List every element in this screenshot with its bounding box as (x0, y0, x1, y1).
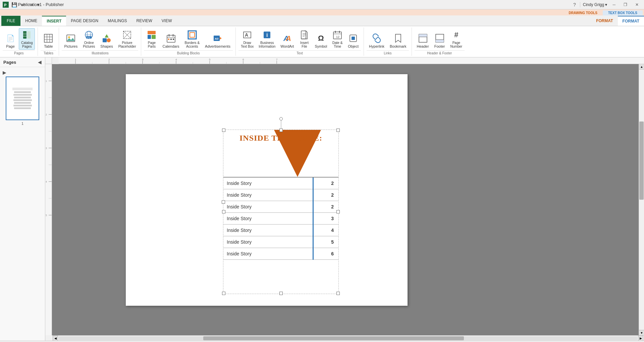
shapes-btn[interactable]: Shapes (98, 32, 115, 50)
handle-br[interactable] (336, 292, 340, 295)
header-btn[interactable]: Header (415, 32, 431, 50)
h-scroll-track[interactable] (59, 336, 637, 340)
picture-placeholder-btn[interactable]: PicturePlaceholder (116, 28, 139, 50)
pages-panel-collapse-btn[interactable]: ◀ (38, 59, 42, 65)
object-btn[interactable]: Object (345, 32, 361, 50)
svg-rect-63 (436, 40, 444, 42)
handle-row-drag[interactable] (222, 200, 225, 204)
header-footer-label: Header & Footer (415, 50, 465, 55)
pictures-icon (65, 33, 76, 44)
svg-text:A: A (245, 32, 248, 38)
svg-point-20 (107, 38, 111, 42)
save-quick-btn[interactable]: 💾 (10, 1, 18, 8)
h-scroll-thumb[interactable] (203, 336, 464, 340)
vertical-scrollbar[interactable]: ▲ ▼ (639, 64, 644, 335)
story-cell-1: Inside Story (223, 178, 313, 189)
table-row: Inside Story 2 (223, 178, 338, 189)
table-row: Inside Story 6 (223, 248, 338, 260)
table-btn[interactable]: Table (41, 32, 56, 50)
text-box-tools-label: TEXT BOX TOOLS (603, 10, 643, 15)
scroll-left-btn[interactable]: ◀ (53, 336, 58, 341)
tab-mailings[interactable]: MAILINGS (103, 16, 131, 26)
business-info-btn[interactable]: i BusinessInformation (256, 28, 278, 50)
svg-rect-60 (419, 34, 427, 37)
tab-review[interactable]: REVIEW (132, 16, 157, 26)
bookmark-btn[interactable]: Bookmark (387, 32, 409, 50)
title-bar-right: ? Cindy Grigg ▾ ─ ❐ ✕ (572, 1, 641, 8)
calendars-btn[interactable]: Calendars (160, 32, 181, 50)
story-cell-6: Inside Story (223, 236, 313, 248)
handle-bc[interactable] (279, 292, 283, 295)
title-part1: INSIDE (239, 134, 271, 142)
insert-file-icon (299, 30, 310, 40)
scroll-right-btn[interactable]: ▶ (638, 336, 643, 341)
header-footer-group: Header Footer # PageNumber Header & Foot… (412, 28, 468, 56)
handle-tr[interactable] (336, 129, 340, 132)
draw-text-box-btn[interactable]: A DrawText Box (238, 28, 256, 50)
svg-rect-7 (44, 34, 52, 42)
app-area: Pages ◀ ▶ 1 (0, 57, 644, 341)
wordart-btn[interactable]: AA WordArt (278, 32, 296, 50)
page-cell-7: 6 (313, 248, 338, 260)
footer-icon (434, 33, 445, 44)
tab-home[interactable]: HOME (20, 16, 42, 26)
tab-file[interactable]: FILE (1, 16, 20, 26)
advertisements-icon: AD (212, 33, 223, 44)
tab-format-textbox[interactable]: FORMAT (618, 16, 644, 26)
hyperlink-btn[interactable]: Hyperlink (367, 32, 387, 50)
tab-page-design[interactable]: PAGE DESIGN (66, 16, 103, 26)
svg-text:A: A (285, 34, 291, 43)
tab-view[interactable]: VIEW (157, 16, 177, 26)
v-scroll-thumb[interactable] (639, 121, 644, 200)
scroll-down-btn[interactable]: ▼ (639, 330, 644, 335)
illustrations-group: Pictures img OnlinePictures Shapes (59, 28, 141, 56)
rotation-handle[interactable] (279, 117, 283, 120)
handle-ml[interactable] (222, 210, 225, 213)
handle-bl[interactable] (222, 292, 225, 295)
page-number-btn[interactable]: # PageNumber (448, 28, 465, 50)
close-btn[interactable]: ✕ (633, 2, 641, 8)
business-info-icon: i (262, 30, 272, 40)
handle-tc[interactable] (279, 129, 283, 132)
page-cell-5: 4 (313, 225, 338, 236)
date-time-btn[interactable]: 12 Date &Time (330, 28, 345, 50)
page-parts-btn[interactable]: PageParts (144, 28, 159, 50)
insert-file-btn[interactable]: InsertFile (297, 28, 312, 50)
svg-text:2: 2 (46, 113, 47, 116)
svg-rect-33 (170, 39, 172, 40)
handle-tl[interactable] (222, 129, 225, 132)
page-thumbnail-1[interactable] (6, 77, 39, 120)
catalog-pages-btn[interactable]: CatalogPages (19, 28, 35, 50)
pictures-btn[interactable]: Pictures (62, 32, 80, 50)
page-icon: 📄 (5, 33, 16, 44)
tab-insert[interactable]: INSERT (42, 16, 66, 26)
date-time-icon: 12 (332, 30, 343, 40)
page-cell-6: 5 (313, 236, 338, 248)
svg-rect-26 (148, 35, 151, 39)
symbol-btn[interactable]: Ω Symbol (312, 32, 329, 50)
svg-text:12: 12 (336, 35, 339, 39)
page-number-1: 1 (21, 121, 23, 126)
tab-format-drawing[interactable]: FORMAT (591, 16, 618, 26)
canvas-scroll-area[interactable]: INSIDE THIS ISSUE: Inside Story 2 (52, 64, 644, 335)
tables-group: Table Tables (38, 28, 59, 56)
scroll-up-btn[interactable]: ▲ (639, 64, 644, 69)
svg-line-57 (375, 37, 378, 40)
handle-mr[interactable] (336, 210, 340, 213)
advertisements-btn[interactable]: AD Advertisements (203, 32, 233, 50)
borders-accents-btn[interactable]: Borders &Accents (182, 28, 202, 50)
issue-header: INSIDE THIS ISSUE: (223, 130, 338, 177)
svg-text:1: 1 (75, 58, 76, 61)
help-btn[interactable]: ? (572, 1, 577, 8)
user-name[interactable]: Cindy Grigg ▾ (583, 2, 607, 7)
title-bar: P 💾 ↩ ↪ ▾ Publication1 - Publisher ? Cin… (0, 0, 644, 9)
newsletter-box[interactable]: INSIDE THIS ISSUE: Inside Story 2 (223, 130, 339, 294)
page-btn[interactable]: 📄 Page (3, 32, 18, 50)
svg-text:5: 5 (209, 58, 211, 61)
minimize-btn[interactable]: ─ (610, 2, 618, 8)
online-pictures-btn[interactable]: img OnlinePictures (80, 28, 97, 50)
app-icon: P (3, 2, 9, 8)
restore-btn[interactable]: ❐ (621, 2, 630, 8)
footer-btn[interactable]: Footer (432, 32, 447, 50)
picture-placeholder-icon (122, 30, 132, 40)
